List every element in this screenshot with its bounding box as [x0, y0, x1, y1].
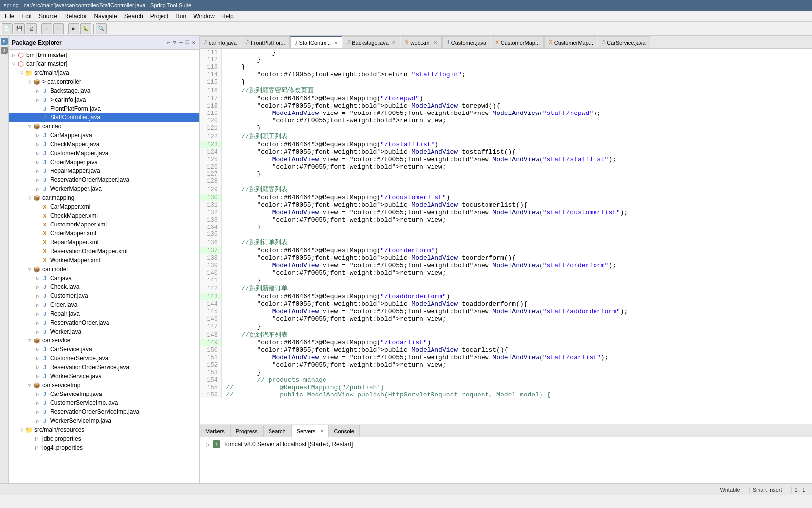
menu-navigate[interactable]: Navigate	[91, 12, 120, 21]
menu-source[interactable]: Source	[36, 12, 60, 21]
tree-item-workerservice-java[interactable]: ▷JWorkerService.java	[9, 372, 199, 381]
line-content-127[interactable]: }	[222, 170, 812, 178]
left-icon-2[interactable]: J	[1, 47, 8, 54]
tree-item-log4j-properties[interactable]: Plog4j.properties	[9, 443, 199, 452]
line-content-156[interactable]: // public ModelAndView publish(HttpServl…	[222, 391, 812, 398]
tree-item-src-main-java[interactable]: ▽📁src/main/java	[9, 68, 199, 77]
tree-item-car-model[interactable]: ▽📦car.model	[9, 265, 199, 274]
maximize-icon[interactable]: □	[185, 39, 190, 46]
line-content-135[interactable]	[222, 231, 812, 238]
toolbar-redo[interactable]: ↪	[53, 23, 64, 34]
menu-search[interactable]: Search	[121, 12, 146, 21]
tree-item-order-java[interactable]: ▷JOrder.java	[9, 300, 199, 309]
close-icon[interactable]: ✕	[191, 39, 196, 46]
tree-item-reservationorder-java[interactable]: ▷JReservationOrder.java	[9, 318, 199, 327]
line-content-138[interactable]: "color:#7f0055;font-weight:bold">public …	[222, 254, 812, 262]
server-item[interactable]: ▷TTomcat v8.0 Server at localhost [Start…	[204, 439, 808, 449]
tree-item-ordermapper-xml[interactable]: XOrderMapper.xml	[9, 229, 199, 238]
tree-item-reservationordermapper[interactable]: ▷JReservationOrderMapper.java	[9, 175, 199, 184]
editor-tab-carservice[interactable]: JCarService.java	[598, 36, 650, 48]
tree-item-frontplatform[interactable]: JFrontPlatForm.java	[9, 104, 199, 113]
line-content-111[interactable]: }	[222, 49, 812, 56]
line-content-133[interactable]: "color:#7f0055;font-weight:bold">return …	[222, 216, 812, 224]
tree-item-repairmapper-xml[interactable]: XRepairMapper.xml	[9, 238, 199, 247]
code-editor[interactable]: 111 }112 }113 }114 "color:#7f0055;font-w…	[200, 49, 812, 424]
bottom-tab-search[interactable]: Search	[263, 425, 291, 437]
line-content-114[interactable]: "color:#7f0055;font-weight:bold">return …	[222, 71, 812, 78]
tree-item-customermapper[interactable]: ▷JCustomerMapper.java	[9, 149, 199, 158]
tree-item-customermapper-xml[interactable]: XCustomerMapper.xml	[9, 220, 199, 229]
line-content-137[interactable]: "color:#646464">@RequestMapping("/toorde…	[222, 247, 812, 254]
tree-item-backstage[interactable]: ▷JBackstage.java	[9, 86, 199, 95]
tree-item-reservationordermapper-xml[interactable]: XReservationOrderMapper.xml	[9, 247, 199, 256]
tree-item-jdbc-properties[interactable]: Pjdbc.properties	[9, 434, 199, 443]
tree-item-workermapper[interactable]: ▷JWorkerMapper.java	[9, 184, 199, 193]
line-content-131[interactable]: "color:#7f0055;font-weight:bold">public …	[222, 201, 812, 209]
line-content-153[interactable]: }	[222, 369, 812, 376]
toolbar-new[interactable]: 📄	[2, 23, 13, 34]
tree-item-car-service[interactable]: ▽📦car.service	[9, 336, 199, 345]
menu-edit[interactable]: Edit	[18, 12, 35, 21]
tree-item-workermapper-xml[interactable]: XWorkerMapper.xml	[9, 256, 199, 265]
line-content-117[interactable]: "color:#646464">@RequestMapping("/torepw…	[222, 95, 812, 102]
line-content-147[interactable]: }	[222, 323, 812, 330]
link-with-editor-icon[interactable]: ⇔	[166, 39, 171, 46]
line-content-145[interactable]: ModelAndView view = "color:#7f0055;font-…	[222, 308, 812, 315]
line-content-154[interactable]: // products manage	[222, 376, 812, 384]
line-content-122[interactable]: //跳到职工列表	[222, 132, 812, 141]
server-expand-arrow[interactable]: ▷	[206, 442, 210, 447]
menu-window[interactable]: Window	[190, 12, 217, 21]
toolbar-search[interactable]: 🔍	[96, 23, 107, 34]
editor-tab-carinfo[interactable]: JcarInfo.java	[200, 36, 241, 48]
line-content-125[interactable]: ModelAndView view = "color:#7f0055;font-…	[222, 156, 812, 163]
bottom-tab-markers[interactable]: Markers	[200, 425, 230, 437]
menu-project[interactable]: Project	[147, 12, 171, 21]
bottom-tab-close-servers[interactable]: ✕	[320, 428, 324, 434]
line-content-134[interactable]: }	[222, 224, 812, 231]
tree-item-repair-java[interactable]: ▷JRepair.java	[9, 309, 199, 318]
line-content-130[interactable]: "color:#646464">@RequestMapping("/tocust…	[222, 194, 812, 201]
tree-item-checkmapper-xml[interactable]: XCheckMapper.xml	[9, 211, 199, 220]
line-content-152[interactable]: "color:#7f0055;font-weight:bold">return …	[222, 361, 812, 369]
tree-item-reservationorderserviceimp-java[interactable]: ▷JReservationOrderServiceImp.java	[9, 407, 199, 416]
tree-item-src-main-resources[interactable]: ▽📁src/main/resources	[9, 425, 199, 434]
line-content-115[interactable]: }	[222, 78, 812, 86]
tree-item-reservationorderservice-java[interactable]: ▷JReservationOrderService.java	[9, 363, 199, 372]
tree-item-car-serviceimp[interactable]: ▽📦car.serviceImp	[9, 381, 199, 390]
tree-item-customer-java[interactable]: ▷JCustomer.java	[9, 291, 199, 300]
tree-item-check-java[interactable]: ▷JCheck.java	[9, 282, 199, 291]
bottom-tab-servers[interactable]: Servers✕	[291, 425, 329, 437]
tree-item-customerservice-java[interactable]: ▷JCustomerService.java	[9, 354, 199, 363]
line-content-139[interactable]: ModelAndView view = "color:#7f0055;font-…	[222, 262, 812, 269]
line-content-129[interactable]: //跳到顾客列表	[222, 185, 812, 194]
tree-item-carmapper[interactable]: ▷JCarMapper.java	[9, 131, 199, 140]
tree-item-customerserviceimp-java[interactable]: ▷JCustomerServiceImp.java	[9, 398, 199, 407]
line-content-112[interactable]: }	[222, 56, 812, 63]
menu-run[interactable]: Run	[172, 12, 189, 21]
tab-close-staffcontroller[interactable]: ✕	[334, 40, 338, 46]
line-content-118[interactable]: "color:#7f0055;font-weight:bold">public …	[222, 102, 812, 110]
tree-item-ordermapper[interactable]: ▷JOrderMapper.java	[9, 158, 199, 167]
line-content-128[interactable]	[222, 178, 812, 185]
line-content-146[interactable]: "color:#7f0055;font-weight:bold">return …	[222, 315, 812, 323]
editor-tab-staffcontroller[interactable]: JStaffContro...✕	[290, 36, 343, 48]
editor-tab-customermapper1[interactable]: XCustomerMap...	[491, 36, 544, 48]
line-content-140[interactable]: "color:#7f0055;font-weight:bold">return …	[222, 269, 812, 277]
line-content-143[interactable]: "color:#646464">@RequestMapping("/toaddo…	[222, 293, 812, 300]
line-content-149[interactable]: "color:#646464">@RequestMapping("/tocarl…	[222, 339, 812, 346]
tree-item-carserviceimp-java[interactable]: ▷JCarServiceImp.java	[9, 390, 199, 398]
editor-tab-frontplatform[interactable]: JFrontPlatFor...	[242, 36, 290, 48]
line-content-141[interactable]: }	[222, 277, 812, 284]
menu-help[interactable]: Help	[218, 12, 237, 21]
toolbar-print[interactable]: 🖨	[26, 23, 37, 34]
tree-item-car-mapping[interactable]: ▽📦car.mapping	[9, 193, 199, 202]
editor-tab-customer[interactable]: JCustomer.java	[442, 36, 490, 48]
line-content-144[interactable]: "color:#7f0055;font-weight:bold">public …	[222, 300, 812, 308]
line-content-142[interactable]: //跳到新建订单	[222, 284, 812, 293]
menu-file[interactable]: File	[2, 12, 17, 21]
tab-close-webxml[interactable]: ✕	[433, 40, 437, 45]
editor-tab-backstage[interactable]: JBackstage.java✕	[343, 36, 400, 48]
collapse-all-icon[interactable]: ≡	[160, 39, 165, 46]
bottom-tab-progress[interactable]: Progress	[230, 425, 263, 437]
line-content-126[interactable]: "color:#7f0055;font-weight:bold">return …	[222, 163, 812, 170]
